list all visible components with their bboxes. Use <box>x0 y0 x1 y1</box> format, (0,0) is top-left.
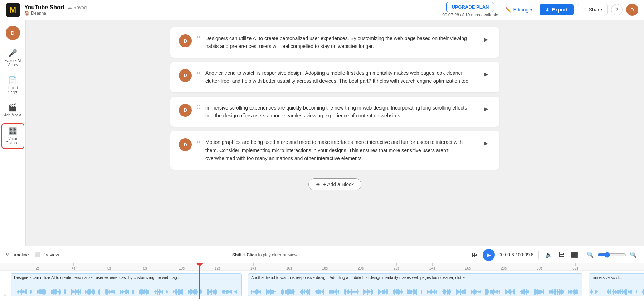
bottom-panel: ∨ Timeline ⬜ Preview Shift + Click to pl… <box>0 246 644 305</box>
ruler-tick: 26s <box>465 263 471 270</box>
sidebar-item-add-media[interactable]: 🎬 Add Media <box>1 100 24 120</box>
scene-button[interactable]: 🎞 <box>557 250 566 260</box>
sidebar-item-label: Voice Changer <box>4 137 21 145</box>
avatar: D <box>179 69 192 82</box>
zoom-controls: 🔍 🔍 <box>585 250 638 260</box>
skip-back-button[interactable]: ⏮ <box>470 250 479 260</box>
ruler-tick: 32s <box>572 263 578 270</box>
ruler-tick: 6s <box>107 263 111 270</box>
block-text: Designers can utilize AI to create perso… <box>205 34 476 50</box>
share-icon: ⇧ <box>582 7 587 13</box>
ruler-tick: 14s <box>250 263 256 270</box>
time-display: 00:09.6 / 00:09.6 <box>498 252 533 257</box>
microphone-icon: 🎤 <box>8 49 17 57</box>
logo-text: M <box>10 5 16 15</box>
drag-handle-icon[interactable]: ⠿ <box>197 139 200 145</box>
content-area: D ⠿ Designers can utilize AI to create p… <box>26 20 644 246</box>
ruler-tick: 28s <box>501 263 507 270</box>
ruler-tick: 16s <box>286 263 292 270</box>
breadcrumb: 🏠 Deanna <box>24 11 438 16</box>
time-section: UPGRADE PLAN 00:07:28 of 10 mins availab… <box>442 2 498 18</box>
share-button[interactable]: ⇧ Share <box>577 4 608 15</box>
drag-handle-icon[interactable]: ⠿ <box>197 105 200 110</box>
play-block-button[interactable]: ▶ <box>481 138 491 148</box>
app-logo: M <box>6 3 20 17</box>
chevron-down-icon: ▾ <box>530 8 532 12</box>
sidebar-item-label: Import Script <box>4 86 22 95</box>
voice-changer-icon: 🎛️ <box>8 127 17 135</box>
ruler-tick: 4s <box>72 263 75 270</box>
title-row: YouTube Short ☁ Saved <box>24 4 438 11</box>
zoom-out-button[interactable]: 🔍 <box>585 250 595 260</box>
sidebar-item-label: Add Media <box>4 113 21 117</box>
sidebar: D 🎤 Explore AI Voices 📄 Import Script 🎬 … <box>0 20 26 246</box>
sidebar-avatar[interactable]: D <box>6 26 20 40</box>
avatar: D <box>179 104 192 117</box>
track-area: 🎙 Designers can utilize AI to create per… <box>0 271 644 299</box>
ruler-tick: 10s <box>179 263 185 270</box>
play-pause-button[interactable]: ▶ <box>483 249 495 261</box>
editing-mode-button[interactable]: ✏️ Editing ▾ <box>502 5 536 15</box>
sidebar-item-voice-changer[interactable]: 🎛️ Voice Changer <box>1 123 24 149</box>
ruler-tick: 20s <box>358 263 364 270</box>
preview-icon: ⬜ <box>35 252 40 257</box>
block-text: immersive scrolling experiences are quic… <box>205 104 476 120</box>
ruler-tick: 24s <box>429 263 435 270</box>
script-block: D ⠿ Another trend to watch is responsive… <box>170 62 499 92</box>
cloud-icon: ☁ <box>67 5 72 10</box>
download-icon: ⬇ <box>545 7 550 13</box>
user-avatar[interactable]: D <box>626 4 638 16</box>
ruler-tick: 22s <box>394 263 399 270</box>
zoom-slider[interactable] <box>597 252 626 258</box>
script-icon: 📄 <box>8 76 17 84</box>
playhead[interactable] <box>199 263 200 299</box>
drag-handle-icon[interactable]: ⠿ <box>197 35 200 41</box>
pencil-icon: ✏️ <box>505 7 511 13</box>
preview-toggle[interactable]: ⬜ Preview <box>35 252 59 257</box>
add-block-button[interactable]: ⊕ + Add a Block <box>308 178 361 190</box>
play-block-button[interactable]: ▶ <box>481 69 491 79</box>
caption-button[interactable]: ⬛ <box>570 250 580 260</box>
upgrade-button[interactable]: UPGRADE PLAN <box>446 2 494 12</box>
shift-click-hint: Shift + Click to play older preview <box>232 252 297 257</box>
volume-button[interactable]: 🔈 <box>544 250 554 260</box>
avatar: D <box>179 138 192 151</box>
header-right: UPGRADE PLAN 00:07:28 of 10 mins availab… <box>442 2 638 18</box>
saved-badge: ☁ Saved <box>67 5 87 10</box>
block-text: Motion graphics are being used more and … <box>205 138 476 162</box>
ruler-tick: 2s <box>36 263 40 270</box>
audio-track[interactable]: Another trend to watch is responsive des… <box>248 273 582 296</box>
block-text: Another trend to watch is responsive des… <box>205 69 476 85</box>
script-block: D ⠿ immersive scrolling experiences are … <box>170 97 499 127</box>
timeline-toggle[interactable]: ∨ Timeline <box>6 252 29 257</box>
time-info: 00:07:28 of 10 mins available <box>442 12 498 18</box>
zoom-in-button[interactable]: 🔍 <box>628 250 638 260</box>
header-title-section: YouTube Short ☁ Saved 🏠 Deanna <box>24 4 438 16</box>
drag-handle-icon[interactable]: ⠿ <box>197 70 200 76</box>
audio-track[interactable]: immersive scrol... <box>589 273 644 296</box>
ruler-tick: 30s <box>537 263 542 270</box>
timeline-tracks[interactable]: 2s4s6s8s10s12s14s16s18s20s22s24s26s28s30… <box>0 263 644 305</box>
microphone-icon: 🎙 <box>3 291 8 297</box>
media-icon: 🎬 <box>8 103 17 112</box>
add-block-label: + Add a Block <box>323 181 354 187</box>
export-button[interactable]: ⬇ Export <box>540 4 573 15</box>
ruler-tick: 8s <box>143 263 147 270</box>
script-block: D ⠿ Motion graphics are being used more … <box>170 131 499 169</box>
sidebar-item-import-script[interactable]: 📄 Import Script <box>1 73 24 97</box>
plus-icon: ⊕ <box>316 181 320 187</box>
ruler-tick: 12s <box>215 263 220 270</box>
play-block-button[interactable]: ▶ <box>481 34 491 44</box>
audio-track[interactable]: Designers can utilize AI to create perso… <box>11 273 242 296</box>
sidebar-item-explore-ai-voices[interactable]: 🎤 Explore AI Voices <box>1 46 24 70</box>
help-button[interactable]: ? <box>611 4 623 15</box>
avatar: D <box>179 34 192 47</box>
ruler-tick: 18s <box>322 263 328 270</box>
main-layout: D 🎤 Explore AI Voices 📄 Import Script 🎬 … <box>0 20 644 246</box>
timeline-ruler: 2s4s6s8s10s12s14s16s18s20s22s24s26s28s30… <box>0 263 644 271</box>
chevron-down-icon: ∨ <box>6 252 9 257</box>
play-block-button[interactable]: ▶ <box>481 104 491 114</box>
sidebar-item-label: Explore AI Voices <box>4 59 22 67</box>
timeline-header: ∨ Timeline ⬜ Preview Shift + Click to pl… <box>0 246 644 263</box>
play-controls: ⏮ ▶ 00:09.6 / 00:09.6 🔈 🎞 ⬛ <box>470 249 580 261</box>
